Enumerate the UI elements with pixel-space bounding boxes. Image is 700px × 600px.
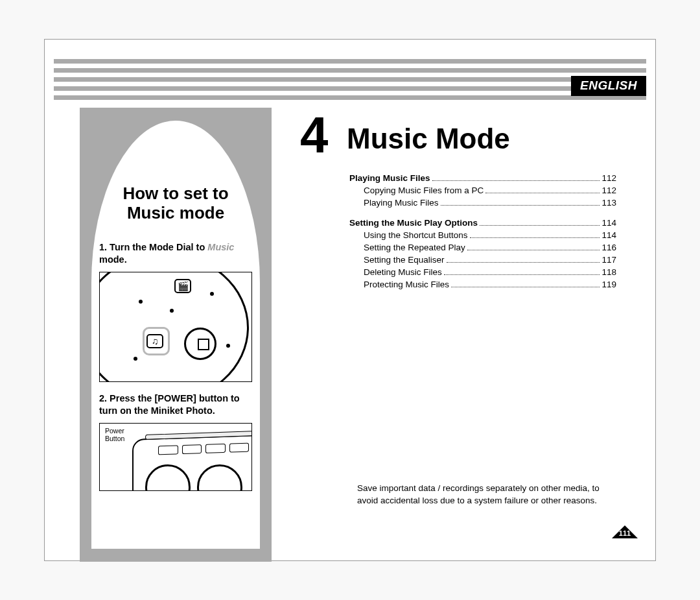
toc-label: Playing Music Files	[349, 198, 439, 208]
toc-label: Copying Music Files from a PC	[349, 186, 484, 195]
toc-page-number: 112	[601, 173, 616, 183]
sidebar-heading-line1: How to set to	[122, 184, 228, 203]
toc-page-number: 114	[601, 230, 616, 240]
footnote-text: Save important data / recordings separat…	[357, 483, 610, 507]
table-of-contents: Playing Music Files112Copying Music File…	[349, 173, 616, 292]
toc-entry: Playing Music Files112	[349, 173, 616, 183]
page-number: 111	[610, 529, 640, 537]
mode-dial-illustration: 🎬 ♫	[99, 272, 252, 382]
sidebar-panel: How to set to Music mode 1. Turn the Mod…	[80, 108, 272, 562]
toc-label: Playing Music Files	[349, 173, 430, 183]
toc-entry: Protecting Music Files119	[349, 280, 616, 289]
toc-page-number: 112	[601, 186, 616, 195]
step-1-italic: Music	[207, 242, 234, 252]
power-button-label: PowerButton	[105, 427, 124, 442]
toc-label: Protecting Music Files	[349, 280, 449, 289]
page-number-marker: 111	[610, 525, 640, 544]
power-button-illustration: PowerButton	[99, 423, 252, 491]
toc-entry: Setting the Repeated Play116	[349, 243, 616, 252]
music-mode-icon: ♫	[146, 334, 163, 348]
toc-entry: Playing Music Files113	[349, 198, 616, 208]
toc-label: Deleting Music Files	[349, 267, 442, 277]
toc-entry: Copying Music Files from a PC112	[349, 186, 616, 195]
video-mode-icon: 🎬	[174, 279, 191, 293]
sidebar-heading: How to set to Music mode	[99, 184, 252, 223]
header-stripes	[54, 59, 646, 104]
step-1: 1. Turn the Mode Dial to Music mode.	[99, 241, 252, 267]
toc-label: Setting the Repeated Play	[349, 243, 465, 252]
step-1-suffix: mode.	[99, 254, 127, 265]
step-2: 2. Press the [POWER] button to turn on t…	[99, 392, 252, 418]
sidebar-arch: How to set to Music mode 1. Turn the Mod…	[91, 121, 260, 549]
chapter-title: Music Mode	[347, 123, 510, 155]
toc-entry: Using the Shortcut Buttons114	[349, 230, 616, 240]
toc-label: Setting the Equaliser	[349, 255, 445, 265]
chapter-number: 4	[300, 110, 328, 160]
toc-page-number: 117	[601, 255, 616, 265]
toc-page-number: 114	[601, 218, 616, 228]
step-1-prefix: 1. Turn the Mode Dial to	[99, 242, 207, 252]
language-label: ENGLISH	[571, 76, 646, 96]
sidebar-heading-line2: Music mode	[127, 203, 224, 222]
toc-page-number: 113	[601, 198, 616, 208]
toc-entry: Deleting Music Files118	[349, 267, 616, 277]
toc-entry: Setting the Equaliser117	[349, 255, 616, 265]
toc-page-number: 116	[601, 243, 616, 252]
toc-page-number: 119	[601, 280, 616, 289]
manual-page: ENGLISH How to set to Music mode 1. Turn…	[44, 39, 656, 561]
toc-label: Using the Shortcut Buttons	[349, 230, 468, 240]
toc-label: Setting the Music Play Options	[349, 218, 478, 228]
toc-entry: Setting the Music Play Options114	[349, 218, 616, 228]
toc-page-number: 118	[601, 267, 616, 277]
